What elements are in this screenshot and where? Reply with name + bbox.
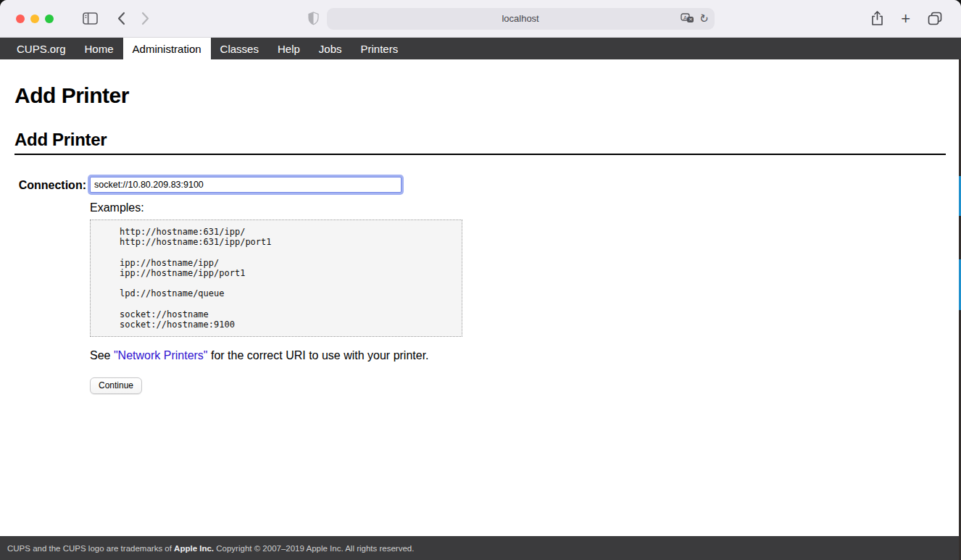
- network-printers-note: See "Network Printers" for the correct U…: [90, 349, 946, 362]
- footer-company-bold: Apple Inc.: [174, 544, 214, 553]
- forward-button[interactable]: [141, 12, 150, 25]
- cups-nav-bar: CUPS.org Home Administration Classes Hel…: [0, 38, 961, 59]
- sidebar-toggle-button[interactable]: [83, 12, 98, 25]
- plus-icon: +: [901, 11, 910, 27]
- nav-item-printers[interactable]: Printers: [351, 38, 408, 59]
- see-prefix: See: [90, 349, 114, 362]
- connection-form-row: Connection: Examples: http://hostname:63…: [14, 177, 946, 394]
- page-content: Add Printer Add Printer Connection: Exam…: [0, 59, 961, 536]
- browser-window: localhost A ✕ ↻: [0, 0, 961, 560]
- reload-icon: ↻: [698, 11, 711, 26]
- nav-item-home[interactable]: Home: [75, 38, 123, 59]
- connection-label: Connection:: [14, 177, 90, 394]
- browser-toolbar: localhost A ✕ ↻: [0, 0, 961, 38]
- zoom-window-button[interactable]: [45, 14, 54, 23]
- see-suffix: for the correct URI to use with your pri…: [208, 349, 429, 362]
- chevron-left-icon: [117, 12, 125, 25]
- reload-button[interactable]: ↻: [699, 12, 709, 25]
- back-button[interactable]: [117, 12, 125, 25]
- share-button[interactable]: [871, 11, 883, 26]
- privacy-shield-icon[interactable]: [307, 12, 320, 25]
- nav-item-help[interactable]: Help: [268, 38, 309, 59]
- nav-item-cups-org[interactable]: CUPS.org: [7, 38, 75, 59]
- svg-text:A: A: [683, 14, 687, 21]
- section-title: Add Printer: [14, 130, 946, 155]
- footer: CUPS and the CUPS logo are trademarks of…: [0, 536, 961, 560]
- new-tab-button[interactable]: +: [901, 11, 910, 27]
- nav-item-classes[interactable]: Classes: [211, 38, 268, 59]
- address-bar[interactable]: localhost A ✕ ↻: [327, 8, 715, 30]
- nav-item-administration[interactable]: Administration: [123, 38, 211, 59]
- tab-overview-button[interactable]: [928, 12, 942, 25]
- continue-button[interactable]: Continue: [90, 377, 142, 394]
- tabs-icon: [928, 12, 942, 25]
- examples-label: Examples:: [90, 201, 946, 214]
- footer-text: CUPS and the CUPS logo are trademarks of…: [7, 544, 414, 553]
- minimize-window-button[interactable]: [30, 14, 39, 23]
- connection-uri-input[interactable]: [90, 177, 402, 193]
- chevron-right-icon: [141, 12, 150, 25]
- url-text[interactable]: localhost: [327, 13, 715, 24]
- uri-examples-box: http://hostname:631/ipp/ http://hostname…: [90, 220, 462, 337]
- svg-text:✕: ✕: [688, 17, 692, 22]
- close-window-button[interactable]: [16, 14, 25, 23]
- page-title: Add Printer: [14, 83, 946, 108]
- network-printers-link[interactable]: "Network Printers": [114, 349, 208, 362]
- sidebar-icon: [83, 12, 98, 25]
- nav-item-jobs[interactable]: Jobs: [309, 38, 351, 59]
- translate-icon[interactable]: A ✕: [681, 13, 694, 24]
- share-icon: [871, 11, 883, 26]
- window-controls: [16, 14, 54, 23]
